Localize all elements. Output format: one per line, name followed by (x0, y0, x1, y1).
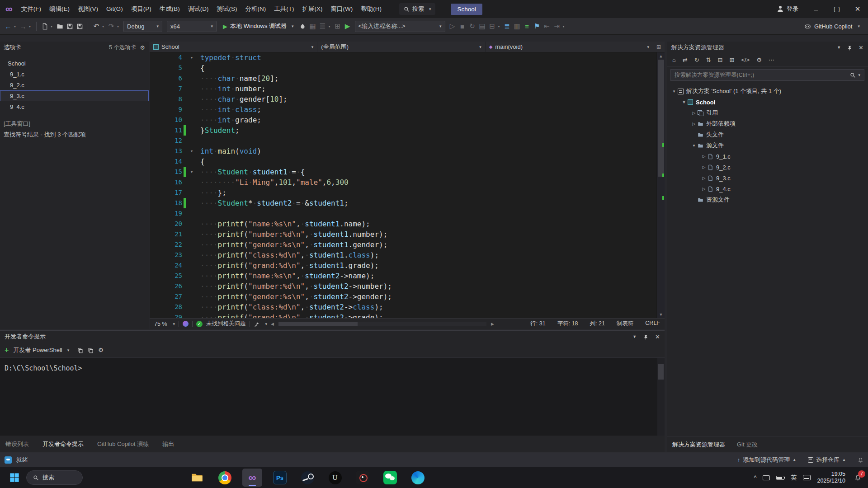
watch-icon[interactable]: ⊞ (333, 21, 342, 32)
nav-member-dropdown[interactable]: ◆ main(void) ▾ (486, 42, 653, 52)
code-line[interactable]: 12 (150, 136, 665, 146)
view-code-icon[interactable]: </> (741, 56, 750, 63)
titlebar-search[interactable]: 搜索 ▾ (399, 3, 436, 15)
scroll-left-icon[interactable]: ◀ (271, 322, 274, 326)
menu-item[interactable]: 生成(B) (156, 3, 184, 15)
chevron-expanded-icon[interactable]: ▾ (670, 89, 678, 94)
navigate-forward-icon[interactable]: → (19, 21, 28, 32)
add-to-source-control-button[interactable]: ↑ 添加到源代码管理 ▲ (737, 456, 796, 464)
more-options-icon[interactable]: ⋯ (769, 56, 774, 63)
intellitrace-icon[interactable]: ≣ (503, 21, 512, 32)
close-button[interactable]: ✕ (847, 0, 868, 18)
tree-item[interactable]: ▷外部依赖项 (667, 118, 868, 129)
hidden-icons-chevron[interactable]: ^ (754, 474, 757, 481)
code-line[interactable]: 14{ (150, 156, 665, 167)
chevron-down-icon[interactable]: ▾ (117, 24, 119, 28)
find-symbol-results-item[interactable]: 查找符号结果 - 找到 3 个匹配项 (0, 129, 149, 140)
show-threads-icon[interactable]: ≡ (523, 21, 532, 32)
close-icon[interactable]: ✕ (655, 333, 660, 340)
code-line[interactable]: 13▾int·main(void) (150, 146, 665, 156)
code-line[interactable]: 29····printf("grand:%d\n",·student2->gra… (150, 312, 665, 318)
nav-scope-dropdown[interactable]: (全局范围) ▾ (317, 42, 485, 52)
code-line[interactable]: 4▾typedef·struct (150, 52, 665, 63)
process-name-dropdown[interactable]: <输入进程名称...>▾ (355, 21, 445, 32)
code-line[interactable]: 8····char·gender[10]; (150, 94, 665, 104)
chevron-collapsed-icon[interactable]: ▷ (690, 111, 698, 115)
menu-item[interactable]: 文件(F) (17, 3, 45, 15)
tabs-indicator[interactable]: 制表符 (617, 320, 634, 328)
scrollbar-thumb[interactable] (278, 322, 358, 326)
save-icon[interactable] (65, 21, 74, 32)
code-line[interactable]: 10····int·grade; (150, 115, 665, 125)
terminal-prompt[interactable]: D:\C\School\School> (0, 358, 665, 372)
start-debugging-button[interactable]: ▶ 本地 Windows 调试器 ▾ (219, 20, 297, 32)
tab-list-item[interactable]: 9_2.c (0, 80, 149, 90)
start-without-debugging-icon[interactable]: ▶ (343, 21, 352, 32)
copilot-spark-icon[interactable] (160, 469, 179, 487)
health-label[interactable]: 未找到相关问题 (206, 320, 246, 328)
taskbar-clock[interactable]: 19:05 2025/12/10 (817, 471, 845, 484)
unreal-icon[interactable]: U (325, 469, 345, 487)
fold-arrow-icon[interactable]: ▾ (187, 52, 197, 63)
minimize-button[interactable]: – (806, 0, 826, 18)
tree-item[interactable]: ▾源文件 (667, 140, 868, 151)
diagnostics-icon[interactable]: ▥ (513, 21, 522, 32)
code-line[interactable]: 24····printf("grand:%d\n",·student1.grad… (150, 260, 665, 271)
scroll-down-icon[interactable]: ▼ (657, 311, 665, 318)
feedback-icon[interactable] (5, 456, 12, 464)
tab-list-item[interactable]: 9_1.c (0, 69, 149, 80)
tree-item[interactable]: ▷9_4.c (667, 183, 868, 194)
pin-icon[interactable] (643, 333, 649, 340)
menu-item[interactable]: 窗口(W) (326, 3, 357, 15)
scroll-up-icon[interactable]: ▲ (657, 52, 665, 60)
scroll-right-icon[interactable]: ▶ (491, 322, 494, 326)
chevron-down-icon[interactable]: ▼ (837, 45, 841, 50)
gear-icon[interactable]: ⚙ (140, 44, 145, 51)
tool-window-tab[interactable]: 解决方案资源管理器 (672, 441, 725, 449)
terminal-body[interactable]: D:\C\School\School> (0, 358, 665, 436)
maximize-button[interactable]: ▢ (826, 0, 847, 18)
code-line[interactable]: 18····Student*·student2·=·&student1; (150, 198, 665, 208)
horizontal-scrollbar[interactable] (278, 322, 486, 326)
collapse-all-icon[interactable]: ⊟ (718, 56, 723, 63)
chevron-expanded-icon[interactable]: ▾ (690, 143, 698, 148)
chevron-down-icon[interactable]: ▾ (29, 24, 31, 28)
tree-item[interactable]: ▷9_2.c (667, 162, 868, 173)
menu-item[interactable]: 工具(T) (270, 3, 298, 15)
solution-platform-dropdown[interactable]: x64▾ (167, 21, 217, 32)
chrome-icon[interactable] (215, 469, 235, 487)
attach-play-icon[interactable]: ▷ (448, 21, 457, 32)
code-line[interactable]: 25····printf("name:%s\n",·student2->name… (150, 271, 665, 281)
tree-item[interactable]: ▷引用 (667, 108, 868, 118)
wechat-icon[interactable] (380, 469, 400, 487)
code-line[interactable]: 22····printf("gender:%s\n",·student1.gen… (150, 239, 665, 250)
chevron-collapsed-icon[interactable]: ▷ (700, 187, 708, 191)
tab-list-item[interactable]: 9_4.c (0, 101, 149, 112)
code-line[interactable]: 26····printf("number:%d\n",·student2->nu… (150, 281, 665, 291)
document-outline-icon[interactable]: ☰ (318, 21, 327, 32)
new-terminal-icon[interactable]: + (5, 346, 9, 354)
code-line[interactable]: 11}Student; (150, 125, 665, 136)
home-icon[interactable]: ⌂ (672, 56, 676, 63)
fold-arrow-icon[interactable]: ▾ (187, 167, 197, 177)
steam-icon[interactable] (297, 469, 317, 487)
save-all-icon[interactable] (75, 21, 84, 32)
zoom-dropdown[interactable]: 75 % (154, 321, 167, 327)
menu-item[interactable]: 测试(S) (212, 3, 241, 15)
code-line[interactable]: 27····printf("gender:%s\n",·student2->ge… (150, 291, 665, 302)
live-share-icon[interactable] (183, 321, 189, 327)
menu-item[interactable]: 分析(N) (241, 3, 270, 15)
keyboard-icon[interactable] (803, 475, 811, 480)
code-line[interactable]: 28····printf("class:%d\n",·student2->cla… (150, 302, 665, 312)
code-line[interactable]: 20····printf("name:%s\n",·student1.name)… (150, 219, 665, 229)
chevron-down-icon[interactable]: ▾ (102, 24, 104, 28)
undo-icon[interactable]: ↶ (92, 21, 101, 32)
menu-item[interactable]: 扩展(X) (298, 3, 326, 15)
menu-item[interactable]: 帮助(H) (357, 3, 386, 15)
open-file-icon[interactable] (55, 21, 64, 32)
code-line[interactable]: 7····int·number; (150, 84, 665, 94)
tab-list-item[interactable]: School (0, 58, 149, 69)
redo-icon[interactable]: ↷ (107, 21, 116, 32)
switch-views-icon[interactable]: ⇄ (683, 56, 688, 63)
battery-icon[interactable] (776, 476, 784, 480)
